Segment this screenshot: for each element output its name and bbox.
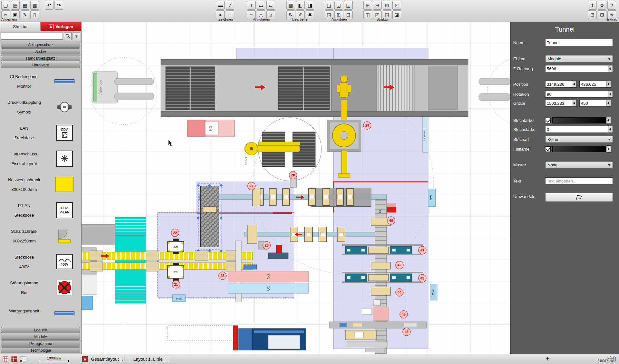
tab-vorlagen[interactable]: Vorlagen [41,22,81,31]
position-x-input[interactable] [545,81,572,88]
line-tool-button[interactable]: ╱ [226,1,234,10]
template-luftanschluss[interactable]: LuftanschlussEisstrahlgerät ✳ [0,146,81,172]
station-marker[interactable]: 29 [363,122,371,129]
add-layout-button[interactable]: + [544,355,552,363]
red-pallet-icon[interactable] [3,356,8,362]
layout-tab-gesamtlayout[interactable]: Gesamtlayout [91,357,119,362]
strichart-dropdown[interactable]: Keine [545,136,613,143]
stroke-color-swatch[interactable] [552,117,606,123]
undo-button[interactable]: ↶ [45,1,54,10]
structure-link-button[interactable]: ⊠ [383,1,391,10]
dimension-tool-button[interactable]: ▭ [257,1,265,10]
template-druckluftkupplung[interactable]: DruckluftkupplungSymbol [0,94,81,120]
locate-button[interactable]: ✳ [73,32,80,40]
red-grid-icon[interactable] [11,356,17,362]
template-schaltschrank[interactable]: Schaltschrank600x250mm [0,223,81,249]
station-marker[interactable]: 42 [396,261,403,269]
hmi-panel-right-bottom[interactable]: HMI [430,284,437,300]
position-x-spinner[interactable] [572,81,577,88]
tunnel-object-selected[interactable] [197,184,223,252]
accordion-module[interactable]: Module [1,334,80,340]
name-input[interactable] [545,39,613,46]
position-y-input[interactable] [579,81,606,88]
template-netzwerkschrank[interactable]: Netzwerkschrank800x1000mm [0,172,81,197]
structure-swap-button[interactable]: ⊡ [392,1,401,10]
template-wartungseinheit[interactable]: Wartungseinheit [0,300,81,326]
template-stoerungslampe[interactable]: StörungslampeRot [0,275,81,300]
umwandeln-button[interactable] [545,193,613,202]
open-file-button[interactable]: ▤ [11,1,20,10]
muster-dropdown[interactable]: None [545,161,613,168]
ng-buffer-top[interactable]: NG [187,120,235,136]
station-marker[interactable]: 43 [418,274,426,282]
groesse-w-input[interactable] [545,100,572,107]
station-marker[interactable]: 44 [396,289,403,296]
station-marker[interactable]: 41 [418,246,426,254]
template-lan-steckdose[interactable]: LANSteckdose EDV [0,120,81,146]
linie-menu-button[interactable]: ⋮ [164,356,168,362]
accordion-handarbeitsplatz[interactable]: Handarbeitsplatz [1,55,80,61]
strichstaerke-input[interactable] [545,126,608,133]
accordion-technologie[interactable]: Technologie [1,347,80,353]
fill-color-spinner[interactable] [606,145,611,152]
qc-station[interactable]: QC [228,283,309,293]
mirror-vertical-button[interactable]: ◨ [306,1,314,10]
search-input[interactable] [1,33,63,40]
accordion-hardware[interactable]: Hardware [1,62,80,68]
station-marker[interactable]: 21 [172,280,180,288]
text-input[interactable] [545,177,613,184]
align-top-button[interactable]: ◰ [325,1,333,10]
station-marker[interactable]: 25 [219,272,226,280]
rotation-input[interactable] [545,91,608,98]
station-marker[interactable]: 27 [248,182,255,190]
press-8kn-lower[interactable]: 8kN [168,263,184,281]
z-reihung-input[interactable] [545,65,608,72]
mirror-horizontal-button[interactable]: ◧ [296,1,305,10]
z-reihung-spinner[interactable] [608,65,613,72]
text-tool-button[interactable]: T [247,1,256,10]
accordion-anlagenschutz[interactable]: Anlagenschutz [1,42,80,48]
fill-color-swatch[interactable] [552,146,606,152]
hatch-tool-button[interactable]: ▨ [286,1,295,10]
settings-button[interactable]: ⚙ [598,1,606,10]
send-to-back-button[interactable]: ◲ [344,1,353,10]
hmi-panel-right-top[interactable]: HMI [428,189,436,207]
stroke-color-spinner[interactable] [606,117,611,124]
new-file-button[interactable]: ▢ [1,1,10,10]
layout-sheet-icon[interactable] [20,356,26,362]
template-ci-bedienpanel[interactable]: CI BedienpanelMonitor [0,68,81,94]
station-marker[interactable]: 26 [263,241,270,249]
tab-struktur[interactable]: Struktur [0,22,41,31]
accordion-logistik[interactable]: Logistik [1,327,80,333]
ebene-dropdown[interactable]: Module [545,55,613,62]
station-marker[interactable]: 28 [289,171,297,179]
rectangle-tool-button[interactable]: ▬ [216,1,225,10]
station-marker[interactable]: 45 [400,310,408,318]
search-button[interactable] [64,32,72,40]
ruler-tool-button[interactable]: ▱ [266,1,275,10]
strichstaerke-spinner[interactable] [608,126,613,133]
fill-color-checkbox[interactable] [545,146,551,152]
service-unit[interactable]: Service Unit [423,117,428,152]
station-marker[interactable]: 46 [403,328,410,336]
position-y-spinner[interactable] [606,81,611,88]
accordion-piktogramme[interactable]: Piktogramme [1,340,80,347]
redo-button[interactable]: ↷ [54,1,63,10]
layout-tab-linie[interactable]: Layout 1. Linie [133,357,162,362]
layout-canvas[interactable]: Agilox One [82,22,510,354]
template-p-lan-steckdose[interactable]: P-LANSteckdose EDVP-LAN [0,197,81,223]
groesse-h-input[interactable] [579,100,606,107]
rotation-spinner[interactable] [608,91,613,98]
station-marker[interactable]: 22 [171,229,179,237]
structure-add-button[interactable]: ⊟ [373,1,382,10]
bring-to-front-button[interactable]: ◱ [334,1,343,10]
hmi-panel-left[interactable]: HMI [172,295,185,302]
template-steckdose-400v[interactable]: Steckdose400V 400V [0,249,81,275]
station-marker[interactable]: 40 [387,217,395,224]
save-as-button[interactable]: ▩ [30,1,39,10]
groesse-w-spinner[interactable] [572,100,577,107]
cyan-conveyor[interactable] [115,218,146,304]
gesamtlayout-menu-button[interactable]: ⋮ [120,356,124,362]
stroke-color-checkbox[interactable] [545,118,551,123]
ng-buffer-mid[interactable]: NG [228,271,309,282]
